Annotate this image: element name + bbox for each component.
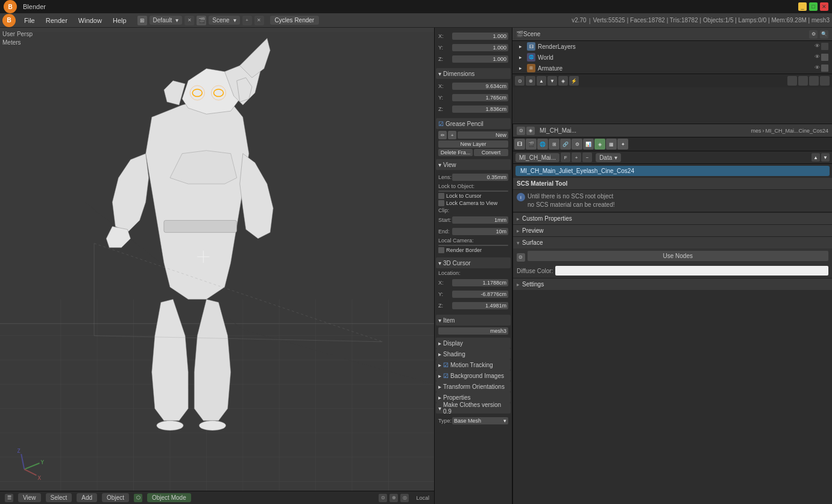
pivot-icon[interactable]: ⊙: [379, 494, 387, 502]
menu-render[interactable]: Render: [41, 16, 72, 25]
world-visibility-icon[interactable]: 👁: [815, 54, 820, 61]
cursor-y-input[interactable]: -6.8776cm: [452, 291, 508, 298]
mat-icon-2[interactable]: ◈: [526, 127, 535, 135]
preview-header[interactable]: ▸ Preview: [513, 224, 832, 236]
prop-tab-scene[interactable]: 🎬: [526, 139, 537, 150]
render-icon[interactable]: [821, 43, 828, 50]
mat-icon-1[interactable]: ⊙: [517, 127, 525, 135]
display-header[interactable]: ▸ Display: [436, 338, 511, 348]
scene-remove[interactable]: ✕: [254, 16, 264, 25]
prop-tab-particles[interactable]: ✦: [617, 139, 628, 150]
prop-tab-world[interactable]: 🌐: [537, 139, 548, 150]
cursor-header[interactable]: ▾ 3D Cursor: [436, 257, 511, 268]
make-clothes-header[interactable]: ▾ Make Clothes version 0.9: [436, 403, 511, 414]
item-header[interactable]: ▾ Item: [436, 315, 511, 326]
local-camera-input[interactable]: [438, 245, 508, 246]
outliner-tool-1[interactable]: ⊙: [515, 76, 525, 86]
add-button[interactable]: Add: [77, 493, 97, 502]
armature-settings-icon[interactable]: [821, 65, 828, 72]
selected-material-item[interactable]: MI_CH_Main_Juliet_Eyelash_Cine_Cos24: [515, 166, 830, 176]
minimize-button[interactable]: _: [798, 2, 807, 11]
background-images-checkbox[interactable]: ☑: [443, 373, 449, 379]
outliner-mode-3[interactable]: [809, 76, 819, 86]
motion-tracking-header[interactable]: ▸ ☑ Motion Tracking: [436, 359, 511, 370]
close-button[interactable]: ✕: [820, 2, 828, 11]
grease-pencil-checkbox[interactable]: ☑: [438, 121, 444, 127]
gp-add-icon[interactable]: +: [448, 131, 456, 139]
remove-material-btn[interactable]: −: [582, 153, 592, 162]
surface-header[interactable]: ▾ Surface: [513, 236, 832, 248]
layout-close[interactable]: ✕: [184, 16, 194, 25]
titlebar-controls[interactable]: _ □ ✕: [798, 2, 828, 11]
armature-visibility-icon[interactable]: 👁: [815, 65, 820, 72]
snap-icon[interactable]: ⊕: [389, 494, 398, 502]
render-engine-dropdown[interactable]: Cycles Render: [270, 16, 320, 25]
visibility-icon[interactable]: 👁: [815, 43, 820, 50]
scroll-up-btn[interactable]: ▲: [812, 153, 820, 162]
lock-cursor-check[interactable]: [438, 193, 444, 199]
lens-input[interactable]: 0.35mm: [452, 174, 508, 181]
start-input[interactable]: 1mm: [452, 216, 508, 224]
outliner-mode-1[interactable]: [787, 76, 797, 86]
gp-delete-frame[interactable]: Delete Fra...: [438, 149, 473, 156]
loc-y-input[interactable]: 1.000: [452, 44, 508, 51]
transform-orientations-header[interactable]: ▸ Transform Orientations: [436, 381, 511, 392]
world-settings-icon[interactable]: [821, 54, 828, 61]
lock-camera-check[interactable]: [438, 200, 444, 206]
add-material-btn[interactable]: +: [572, 153, 581, 162]
view-header[interactable]: ▾ View: [436, 159, 511, 170]
prop-tab-modifier[interactable]: ⚙: [572, 139, 582, 150]
maximize-button[interactable]: □: [809, 2, 818, 11]
outliner-settings-icon[interactable]: ⚙: [809, 30, 818, 39]
item-value[interactable]: mesh3: [438, 327, 508, 335]
view-button[interactable]: View: [18, 493, 41, 502]
gp-new-layer[interactable]: New Layer: [438, 140, 508, 148]
background-images-header[interactable]: ▸ ☑ Background Images: [436, 370, 511, 381]
proportional-icon[interactable]: ◎: [400, 494, 409, 502]
grease-pencil-header[interactable]: ☑ Grease Pencil: [436, 118, 511, 129]
object-mode-label[interactable]: Object Mode: [147, 493, 191, 502]
prop-tab-render[interactable]: 🎞: [514, 139, 525, 150]
prop-tab-object[interactable]: ⊞: [549, 139, 559, 150]
f-button[interactable]: F: [561, 153, 570, 162]
dim-z-input[interactable]: 1.836cm: [452, 106, 508, 113]
cursor-x-input[interactable]: 1.1788cm: [452, 279, 508, 286]
prop-tab-constraint[interactable]: 🔗: [560, 139, 571, 150]
select-button[interactable]: Select: [46, 493, 72, 502]
end-input[interactable]: 10m: [452, 228, 508, 235]
prop-tab-data[interactable]: 📊: [583, 139, 594, 150]
outliner-search-icon[interactable]: 🔍: [820, 30, 828, 39]
object-sub-tab[interactable]: MI_CH_Mai...: [515, 153, 559, 162]
outliner-mode-2[interactable]: [798, 76, 808, 86]
custom-properties-header[interactable]: ▸ Custom Properties: [513, 212, 832, 224]
prop-tab-material-active[interactable]: ◈: [594, 139, 605, 150]
diffuse-color-swatch[interactable]: [555, 266, 828, 276]
scroll-down-btn[interactable]: ▼: [821, 153, 830, 162]
motion-tracking-checkbox[interactable]: ☑: [443, 362, 449, 368]
menu-window[interactable]: Window: [74, 16, 107, 25]
gp-convert[interactable]: Convert: [474, 149, 508, 156]
dim-x-input[interactable]: 9.634cm: [452, 83, 508, 90]
use-nodes-button[interactable]: Use Nodes: [528, 251, 828, 261]
shading-header[interactable]: ▸ Shading: [436, 348, 511, 359]
data-dropdown[interactable]: Data▾: [596, 153, 621, 162]
viewport-menu-icon[interactable]: ☰: [5, 494, 13, 502]
scene-add[interactable]: +: [242, 16, 252, 25]
object-button[interactable]: Object: [102, 493, 129, 502]
cursor-z-input[interactable]: 1.4981m: [452, 302, 508, 309]
loc-x-input[interactable]: 1.000: [452, 33, 508, 40]
viewport[interactable]: User Persp Meters: [0, 28, 434, 504]
menu-file[interactable]: File: [19, 16, 40, 25]
workspace-dropdown[interactable]: Default▾: [150, 16, 183, 25]
outliner-tool-5[interactable]: ◈: [558, 76, 568, 86]
outliner-tool-6[interactable]: ⚡: [569, 76, 579, 86]
loc-z-input[interactable]: 1.000: [452, 55, 508, 63]
render-border-check[interactable]: [438, 247, 444, 253]
lock-object-input[interactable]: [438, 191, 508, 192]
type-input[interactable]: Base Mesh ▾: [452, 417, 508, 424]
outliner-item-armature[interactable]: ▸ ⊞ Armature 👁: [512, 63, 832, 74]
prop-tab-texture[interactable]: ▦: [606, 139, 617, 150]
scene-dropdown[interactable]: Scene▾: [209, 16, 239, 25]
outliner-item-world[interactable]: ▸ 🌐 World 👁: [512, 52, 832, 63]
settings-header[interactable]: ▸ Settings: [513, 278, 832, 290]
